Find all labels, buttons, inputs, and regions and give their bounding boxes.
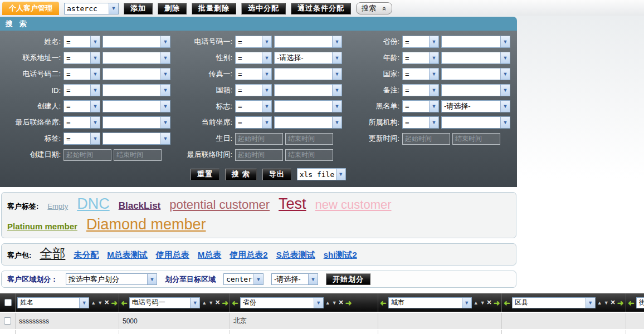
move-right-icon[interactable]: ➜ (345, 299, 352, 307)
operator-select[interactable]: =▼ (235, 116, 272, 129)
value-select[interactable]: ▼ (441, 84, 510, 96)
value-select[interactable]: ▼ (274, 100, 342, 112)
operator-select[interactable]: =▼ (235, 52, 272, 64)
region-sub-select[interactable]: -请选择- ▼ (271, 273, 318, 285)
move-right-icon[interactable]: ➜ (111, 299, 118, 307)
move-left-icon[interactable]: ➜ (504, 299, 510, 307)
operator-select[interactable]: =▼ (402, 84, 439, 96)
column-select-street[interactable]: 街道▼ (636, 297, 644, 308)
export-button[interactable]: 导出 (262, 169, 291, 180)
value-select[interactable]: ▼ (441, 52, 510, 64)
sort-desc-icon[interactable]: ▼ (480, 300, 485, 306)
export-format-select[interactable]: xls file ▼ (297, 168, 346, 180)
remove-column-icon[interactable]: ✕ (104, 299, 109, 306)
date-start-input[interactable] (235, 133, 283, 145)
column-select-district[interactable]: 区县▼ (512, 297, 596, 308)
assign-by-condition-button[interactable]: 通过条件分配 (291, 3, 351, 14)
add-button[interactable]: 添加 (124, 3, 153, 14)
column-select-name[interactable]: 姓名▼ (17, 297, 89, 308)
tag-link[interactable]: DNC (77, 195, 110, 213)
value-select[interactable]: ▼ (103, 100, 170, 112)
operator-select[interactable]: =▼ (64, 52, 100, 64)
tag-link[interactable]: BlackList (119, 197, 161, 215)
search-button[interactable]: 搜 索 (225, 169, 257, 180)
operator-select[interactable]: =▼ (64, 36, 100, 48)
remove-column-icon[interactable]: ✕ (339, 299, 344, 306)
value-select[interactable]: ▼ (103, 84, 170, 96)
package-link[interactable]: M总表测试 (107, 248, 148, 262)
remove-column-icon[interactable]: ✕ (487, 299, 492, 306)
operator-select[interactable]: =▼ (64, 132, 100, 145)
package-all-link[interactable]: 全部 (40, 246, 65, 261)
remove-column-icon[interactable]: ✕ (215, 299, 220, 306)
operator-select[interactable]: =▼ (64, 84, 100, 96)
date-end-input[interactable] (285, 133, 333, 145)
value-select[interactable]: ▼ (103, 68, 170, 80)
date-end-input[interactable] (285, 149, 333, 161)
operator-select[interactable]: =▼ (64, 116, 100, 129)
move-right-icon[interactable]: ➜ (222, 299, 228, 307)
tag-link[interactable]: Diamond member (86, 215, 206, 233)
operator-select[interactable]: =▼ (235, 36, 272, 48)
campaign-select[interactable]: astercc ▼ (64, 3, 119, 14)
package-link[interactable]: 使用总表2 (230, 248, 267, 262)
region-target-select[interactable]: center ▼ (223, 273, 264, 285)
package-link[interactable]: shi测试2 (324, 248, 357, 262)
search-collapse-button[interactable]: 搜索 « (356, 2, 392, 14)
move-left-icon[interactable]: ➜ (232, 299, 238, 307)
tag-link[interactable]: Test (279, 195, 306, 213)
value-select[interactable]: ▼ (441, 116, 510, 129)
tag-link[interactable]: potential customer (169, 196, 270, 214)
tag-link[interactable]: new customer (315, 196, 392, 214)
value-select[interactable]: ▼ (274, 84, 342, 96)
date-end-input[interactable] (452, 133, 500, 145)
value-select[interactable]: ▼ (103, 36, 170, 48)
date-start-input[interactable] (402, 133, 450, 145)
sort-desc-icon[interactable]: ▼ (604, 300, 609, 306)
select-all-checkbox[interactable] (4, 299, 12, 306)
package-link[interactable]: 使用总表 (156, 248, 189, 262)
package-link[interactable]: 未分配 (74, 248, 99, 262)
remove-column-icon[interactable]: ✕ (611, 299, 616, 306)
sort-asc-icon[interactable]: ▲ (202, 300, 207, 306)
move-left-icon[interactable]: ➜ (628, 299, 635, 307)
value-select[interactable]: ▼ (103, 116, 170, 129)
operator-select[interactable]: =▼ (235, 68, 272, 80)
operator-select[interactable]: =▼ (235, 100, 272, 112)
reset-button[interactable]: 重置 (191, 169, 219, 180)
move-left-icon[interactable]: ➜ (121, 299, 128, 307)
operator-select[interactable]: =▼ (235, 84, 272, 96)
move-right-icon[interactable]: ➜ (617, 299, 624, 307)
sort-desc-icon[interactable]: ▼ (97, 300, 103, 306)
operator-select[interactable]: =▼ (64, 100, 100, 112)
value-select[interactable]: ▼ (274, 116, 342, 129)
column-select-city[interactable]: 城市▼ (388, 297, 472, 308)
operator-select[interactable]: =▼ (402, 52, 439, 64)
delete-button[interactable]: 删除 (158, 3, 187, 14)
sort-asc-icon[interactable]: ▲ (91, 300, 96, 306)
sort-asc-icon[interactable]: ▲ (474, 300, 479, 306)
value-select[interactable]: -请选择-▼ (441, 100, 510, 112)
value-select[interactable]: ▼ (103, 132, 170, 145)
operator-select[interactable]: =▼ (402, 36, 439, 48)
assign-selected-button[interactable]: 选中分配 (241, 3, 286, 14)
tag-link[interactable]: Empty (47, 198, 68, 215)
sort-desc-icon[interactable]: ▼ (332, 300, 337, 306)
row-checkbox[interactable] (4, 317, 11, 325)
operator-select[interactable]: =▼ (402, 116, 439, 129)
sort-asc-icon[interactable]: ▲ (597, 300, 602, 306)
move-right-icon[interactable]: ➜ (494, 299, 500, 307)
value-select[interactable]: ▼ (103, 52, 170, 64)
value-select[interactable]: ▼ (274, 68, 342, 80)
operator-select[interactable]: =▼ (64, 68, 100, 80)
operator-select[interactable]: =▼ (402, 68, 439, 80)
tab-personal-customer-management[interactable]: 个人客户管理 (2, 2, 59, 15)
column-select-phone1[interactable]: 电话号码一▼ (129, 297, 200, 308)
start-divide-button[interactable]: 开始划分 (326, 273, 370, 285)
operator-select[interactable]: =▼ (402, 100, 439, 112)
value-select[interactable]: ▼ (274, 36, 342, 48)
value-select[interactable]: ▼ (441, 68, 510, 80)
date-start-input[interactable] (235, 149, 283, 161)
package-link[interactable]: S总表测试 (276, 248, 315, 262)
sort-desc-icon[interactable]: ▼ (208, 300, 213, 306)
